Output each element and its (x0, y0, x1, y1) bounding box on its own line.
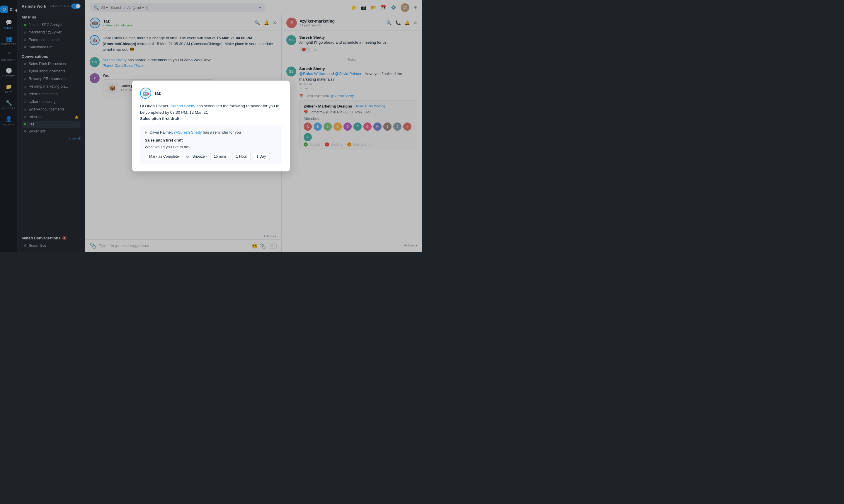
inner-mention-link[interactable]: @Suresh Shetty (174, 130, 202, 134)
snooze-15mins-button[interactable]: 15 mins (210, 153, 231, 160)
popup-or-text: or (186, 155, 189, 159)
popup-task-title: Sales pitch first draft (140, 116, 179, 121)
mark-complete-button[interactable]: Mark as Complete (145, 153, 183, 160)
popup-greeting: Hi Olivia Palmer, (140, 104, 169, 108)
reminder-popup: 🤖 Taz Hi Olivia Palmer, Suresh Shetty ha… (132, 80, 290, 172)
snooze-1day-button[interactable]: 1 Day (253, 153, 270, 160)
inner-mention-text: has a reminder for you (203, 130, 241, 134)
popup-question: What would you like to do? (145, 145, 277, 149)
snooze-label: Snooze - (193, 155, 207, 159)
popup-inner-card: Hi Olivia Palmer, @Suresh Shetty has a r… (140, 125, 282, 164)
popup-overlay: 🤖 Taz Hi Olivia Palmer, Suresh Shetty ha… (0, 0, 422, 252)
snooze-1hour-button[interactable]: 1 Hour (232, 153, 251, 160)
popup-inner-greeting: Hi Olivia Palmer, @Suresh Shetty has a r… (145, 129, 277, 136)
popup-header: 🤖 Taz (140, 88, 282, 99)
popup-sender-name: Taz (154, 91, 161, 95)
popup-bot-avatar: 🤖 (140, 88, 151, 99)
inner-greeting: Hi Olivia Palmer, (145, 130, 173, 134)
inner-task-title: Sales pitch first draft (145, 138, 183, 142)
popup-body-text: Hi Olivia Palmer, Suresh Shetty has sche… (140, 103, 282, 122)
popup-suresh-link[interactable]: Suresh Shetty (170, 104, 196, 108)
popup-action-buttons: Mark as Complete or Snooze - 15 mins 1 H… (145, 153, 277, 160)
snooze-buttons: 15 mins 1 Hour 1 Day (210, 153, 270, 160)
